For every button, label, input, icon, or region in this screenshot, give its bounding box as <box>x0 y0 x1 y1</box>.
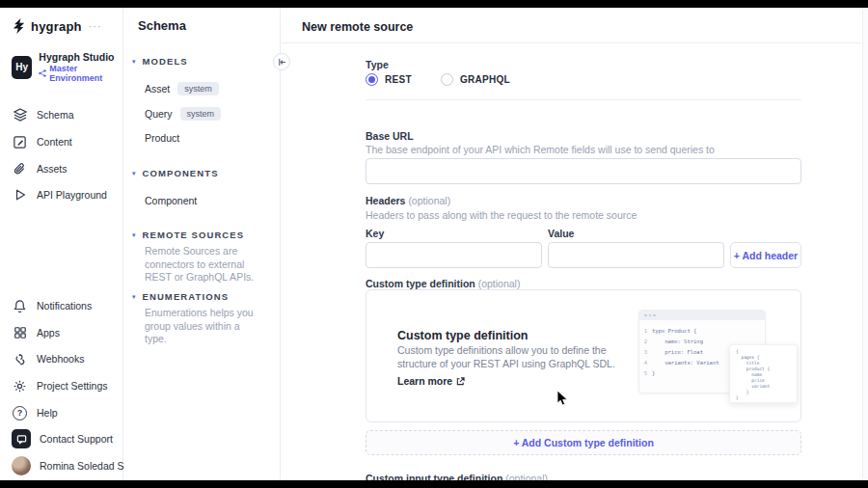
brand-name: hygraph <box>31 19 82 34</box>
grid-icon <box>12 325 28 341</box>
sidebar-item-label: Webhooks <box>37 353 84 365</box>
sidebar-item-assets[interactable]: Assets <box>12 159 68 178</box>
system-badge: system <box>177 82 219 95</box>
section-remote-sources[interactable]: ▾ REMOTE SOURCES <box>132 230 244 240</box>
paperclip-icon <box>12 161 28 177</box>
edit-icon <box>12 134 28 150</box>
sidebar-item-api-playground[interactable]: API Playground <box>12 185 107 204</box>
layers-icon <box>12 107 28 123</box>
brand-menu-icon[interactable]: ··· <box>89 20 102 32</box>
play-icon <box>12 187 28 203</box>
enumerations-description: Enumerations helps you group values with… <box>145 307 264 346</box>
sidebar-item-label: Help <box>37 407 58 419</box>
remote-sources-description: Remote Sources are connectors to externa… <box>145 245 264 285</box>
environment-switcher[interactable]: Master Environment <box>39 64 122 83</box>
branch-icon <box>39 69 46 77</box>
value-label: Value <box>548 228 574 239</box>
sidebar-item-label: API Playground <box>37 189 107 201</box>
collapse-panel-button[interactable] <box>273 53 290 70</box>
sidebar-item-apps[interactable]: Apps <box>12 323 60 342</box>
model-item-query[interactable]: Query system <box>145 107 221 121</box>
bell-icon <box>12 298 28 314</box>
header-key-input[interactable] <box>366 242 542 268</box>
environment-name: Master Environment <box>49 64 122 83</box>
sidebar-item-contact-support[interactable]: Contact Support <box>12 429 113 448</box>
sidebar-item-label: Apps <box>37 327 60 339</box>
question-icon: ? <box>12 405 28 421</box>
workspace-switcher[interactable]: Hy Hygraph Studio Master Environment <box>12 51 122 83</box>
section-divider <box>366 99 801 100</box>
user-name: Romina Soledad Soto <box>40 460 138 472</box>
main-content: New remote source Type REST GRAPHQL Base… <box>282 8 868 480</box>
sidebar-item-notifications[interactable]: Notifications <box>12 296 92 315</box>
headers-description: Headers to pass along with the request t… <box>366 209 637 221</box>
hygraph-logo-icon <box>12 18 26 34</box>
sidebar-item-label: Assets <box>37 163 68 175</box>
base-url-label: Base URL <box>366 130 414 142</box>
custom-type-card-title: Custom type definition <box>397 329 528 342</box>
chevron-down-icon: ▾ <box>132 231 136 238</box>
header-value-input[interactable] <box>548 242 724 268</box>
key-label: Key <box>366 228 384 239</box>
custom-type-panel: Custom type definition Custom type defin… <box>366 289 801 422</box>
chat-icon <box>12 429 31 448</box>
sidebar-item-label: Project Settings <box>37 380 108 392</box>
workspace-avatar: Hy <box>12 56 32 79</box>
user-avatar <box>12 456 31 475</box>
sidebar: hygraph ··· Hy Hygraph Studio Master Env… <box>0 8 123 480</box>
gear-icon <box>12 378 28 394</box>
sidebar-item-help[interactable]: ? Help <box>12 403 58 422</box>
radio-unselected-icon[interactable] <box>441 73 453 86</box>
radio-graphql[interactable]: GRAPHQL <box>441 73 510 86</box>
sidebar-item-content[interactable]: Content <box>12 132 72 151</box>
scrollbar[interactable] <box>862 8 868 480</box>
sidebar-item-user[interactable]: Romina Soledad Soto <box>12 456 138 475</box>
headers-label: Headers (optional) <box>366 195 450 206</box>
type-label: Type <box>366 59 389 70</box>
schema-panel: Schema ▾ MODELS Asset system Query syste… <box>124 8 281 480</box>
sidebar-item-label: Notifications <box>37 300 92 312</box>
chevron-down-icon: ▾ <box>132 170 136 176</box>
remote-source-form: Type REST GRAPHQL Base URL The base endp… <box>366 8 801 141</box>
window-dots-icon <box>639 311 765 320</box>
letterbox-bottom <box>0 480 868 488</box>
model-item-product[interactable]: Product <box>145 132 179 144</box>
custom-type-card-body: Custom type definitions allow you to def… <box>397 343 634 370</box>
brand[interactable]: hygraph ··· <box>12 18 102 34</box>
app-window: hygraph ··· Hy Hygraph Studio Master Env… <box>0 8 868 480</box>
chevron-down-icon: ▾ <box>132 293 136 300</box>
component-item[interactable]: Component <box>145 195 197 206</box>
radio-rest[interactable]: REST <box>366 73 412 86</box>
add-custom-type-button[interactable]: + Add Custom type definition <box>366 430 801 455</box>
sidebar-item-label: Content <box>37 136 72 148</box>
model-item-asset[interactable]: Asset system <box>145 82 219 95</box>
sidebar-item-webhooks[interactable]: Webhooks <box>12 349 84 368</box>
learn-more-link[interactable]: Learn more <box>397 375 465 387</box>
sidebar-item-project-settings[interactable]: Project Settings <box>12 376 108 395</box>
chevron-down-icon: ▾ <box>132 58 136 65</box>
webhook-icon <box>12 351 28 367</box>
sidebar-item-label: Schema <box>37 109 74 121</box>
add-header-button[interactable]: + Add header <box>730 242 801 268</box>
workspace-name: Hygraph Studio <box>39 51 122 63</box>
section-enumerations[interactable]: ▾ ENUMERATIONS <box>132 291 229 302</box>
letterbox-top <box>0 0 868 8</box>
code-snippet-illustration: { pages { title product { name price var… <box>729 344 798 403</box>
section-components[interactable]: ▾ COMPONENTS <box>132 168 219 178</box>
system-badge: system <box>180 107 222 121</box>
sidebar-item-schema[interactable]: Schema <box>12 105 74 124</box>
base-url-input[interactable] <box>366 158 801 184</box>
radio-selected-icon[interactable] <box>366 73 378 86</box>
sidebar-item-label: Contact Support <box>40 433 113 445</box>
section-models[interactable]: ▾ MODELS <box>132 56 188 67</box>
external-link-icon <box>456 377 465 386</box>
custom-type-label: Custom type definition (optional) <box>366 278 520 289</box>
schema-panel-title: Schema <box>138 18 186 33</box>
base-url-description: The base endpoint of your API which Remo… <box>366 144 715 155</box>
